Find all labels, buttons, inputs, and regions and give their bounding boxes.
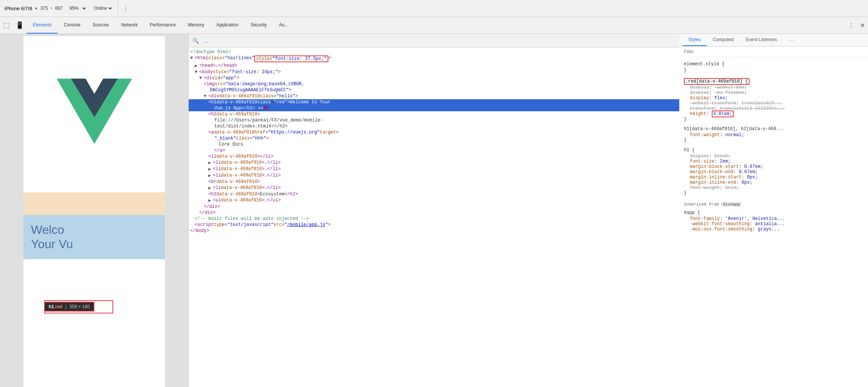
css-selector-h1: h1 { bbox=[684, 147, 863, 153]
tab-memory[interactable]: Memory bbox=[182, 17, 210, 34]
dom-row-h1[interactable]: <h1 data-v-469af010 class="red" > Welcom… bbox=[189, 99, 679, 105]
dom-node-btn[interactable]: … bbox=[201, 36, 211, 45]
li2-expand[interactable]: ▶ bbox=[208, 160, 213, 166]
dom-row-a-text[interactable]: Core Docs bbox=[189, 141, 679, 147]
dom-row-br[interactable]: <br data-v-469af010 > bbox=[189, 179, 679, 185]
device-width: 375 bbox=[40, 6, 48, 11]
dom-row-h2-text1[interactable]: file:///Users/pankai/FX/vue_demo/mobile- bbox=[189, 117, 679, 123]
tab-performance[interactable]: Performance bbox=[144, 17, 182, 34]
devtools-close-btn[interactable]: ✕ bbox=[857, 22, 868, 29]
devtools-inspect-btn[interactable]: ⬚ bbox=[0, 21, 12, 29]
dom-pane-container: 🔍 … <!doctype html> ▼ <html class="hairl… bbox=[189, 34, 679, 387]
device-name: iPhone 6/7/8 bbox=[5, 6, 32, 11]
subtab-event-listeners[interactable]: Event Listeners bbox=[740, 34, 783, 46]
tab-security[interactable]: Security bbox=[245, 17, 273, 34]
dom-row-div-app-close[interactable]: </div> bbox=[189, 210, 679, 216]
dom-row-body-close[interactable]: </body> bbox=[189, 228, 679, 234]
ul-expand[interactable]: ▶ bbox=[208, 198, 213, 203]
css-prop-h1-margin-block-start: margin-block-start: 0.67em; bbox=[684, 164, 863, 169]
tooltip-dims: 359 × 180 bbox=[69, 304, 90, 309]
dom-row-img-cont[interactable]: DACog5YM65zugAAAAElFTkSuQmCC"> bbox=[189, 87, 679, 93]
styles-content: element.style { } .red[data-v-469af010] … bbox=[679, 57, 868, 387]
dom-row-a[interactable]: <a data-v-469af010 href="https://vuejs.o… bbox=[189, 129, 679, 135]
tooltip-tag: h1.red bbox=[49, 304, 62, 309]
dom-row-a-close[interactable]: </a> bbox=[189, 147, 679, 154]
device-sep: × bbox=[50, 6, 53, 11]
li3-expand[interactable]: ▶ bbox=[208, 166, 213, 172]
tab-console[interactable]: Console bbox=[58, 17, 86, 34]
li5-expand[interactable]: ▶ bbox=[208, 185, 213, 191]
dom-row-h2[interactable]: <h2 data-v-469af010 > bbox=[189, 111, 679, 117]
css-prop-font-weight-normal: font-weight: normal; bbox=[684, 132, 863, 138]
css-prop-h1-font-size: font-size: 2em; bbox=[684, 159, 863, 164]
css-rule-element-style: element.style { } bbox=[679, 60, 868, 77]
tab-elements[interactable]: Elements bbox=[27, 17, 58, 34]
dom-row-li3[interactable]: ▶ <li data-v-469af010 >…</li> bbox=[189, 166, 679, 172]
dom-row-div-hello-close[interactable]: </div> bbox=[189, 204, 679, 210]
dom-row-li2[interactable]: ▶ <li data-v-469af010 >…</li> bbox=[189, 160, 679, 166]
dom-row-comment[interactable]: <!-- built files will be auto injected -… bbox=[189, 216, 679, 222]
dom-toolbar: 🔍 … bbox=[189, 34, 679, 48]
orange-bar bbox=[23, 192, 165, 215]
tab-sources[interactable]: Sources bbox=[86, 17, 115, 34]
div-app-expand-arrow[interactable]: ▼ bbox=[199, 75, 204, 81]
network-select[interactable]: OnlineOffline bbox=[92, 5, 113, 11]
zoom-select[interactable]: 95%100%75% bbox=[68, 5, 87, 11]
css-prop-app-moz-smoothing: -moz-osx-font-smoothing: grays... bbox=[684, 227, 863, 232]
dom-search-btn[interactable]: 🔍 bbox=[190, 36, 201, 45]
dom-row-img[interactable]: <img src="data:image/png;base64,iVBOR… bbox=[189, 81, 679, 87]
css-prop-display-webkit: display: -webkit-box; bbox=[684, 85, 863, 90]
doctype-text: <!doctype html> bbox=[190, 49, 231, 55]
css-rule-h1-close: } bbox=[684, 190, 863, 196]
inherited-tag: div#app bbox=[721, 202, 742, 207]
html-expand-arrow[interactable]: ▼ bbox=[190, 55, 195, 61]
subtab-computed[interactable]: Computed bbox=[707, 34, 740, 46]
dom-row-doctype[interactable]: <!doctype html> bbox=[189, 49, 679, 55]
dom-row-div-hello[interactable]: ▼ <div data-v-469af010 class="hello" > bbox=[189, 93, 679, 99]
subtab-styles[interactable]: Styles bbox=[682, 34, 707, 46]
welcome-line2: Your Vu bbox=[31, 237, 157, 251]
device-height: 667 bbox=[55, 6, 63, 11]
dom-row-html[interactable]: ▼ <html class="hairlines" style="font-si… bbox=[189, 55, 679, 63]
dom-row-body[interactable]: ▼ <body style="font-size: 24px;" > bbox=[189, 69, 679, 75]
devtools-device-btn[interactable]: 📱 bbox=[12, 21, 27, 29]
dom-row-script[interactable]: <script type="text/javascript" src="/mob… bbox=[189, 222, 679, 228]
devtools-more-btn[interactable]: ⋮ bbox=[845, 22, 857, 29]
css-prop-h1-display: display: block; bbox=[684, 154, 863, 159]
more-options-btn[interactable]: ⋮ bbox=[121, 3, 130, 14]
dom-row-a-cont[interactable]: "_blank" class="hhh" > bbox=[189, 135, 679, 141]
tab-application[interactable]: Application bbox=[210, 17, 245, 34]
css-rule-h1-h2: h1[data-v-469af010], h2[data-v-469... fo… bbox=[679, 125, 868, 146]
css-rule-app: #app { font-family: 'Avenir', Helvetica.… bbox=[679, 209, 868, 235]
dom-row-head[interactable]: ▶ <head>…</head> bbox=[189, 63, 679, 69]
dom-row-li1[interactable]: <li data-v-469af010 ></li> bbox=[189, 154, 679, 160]
dom-content[interactable]: <!doctype html> ▼ <html class="hairlines… bbox=[189, 48, 679, 387]
styles-filter-input[interactable] bbox=[684, 49, 863, 54]
dom-row-div-app[interactable]: ▼ <div id="app" > bbox=[189, 75, 679, 81]
dom-row-li4[interactable]: ▶ <li data-v-469af010 >…</li> bbox=[189, 172, 679, 179]
dom-row-li5[interactable]: ▶ <li data-v-469af010 >…</li> bbox=[189, 185, 679, 191]
vue-logo-area bbox=[23, 34, 165, 192]
preview-pane: Welco Your Vu h1.red | 359 × 180 bbox=[0, 34, 189, 387]
tab-network[interactable]: Network bbox=[115, 17, 144, 34]
li4-expand[interactable]: ▶ bbox=[208, 173, 213, 178]
hello-expand-arrow[interactable]: ▼ bbox=[204, 94, 208, 99]
css-prop-h1-margin-block-end: margin-block-end: 0.67em; bbox=[684, 169, 863, 175]
css-prop-webkit-transform: -webkit-transform: translateX(5... bbox=[684, 101, 863, 106]
css-rule-h1-h2-close: } bbox=[684, 138, 863, 143]
dom-row-h2-text2[interactable]: test/dist/index.html#/</h2> bbox=[189, 123, 679, 129]
css-selector-element-style: element.style { bbox=[684, 61, 863, 67]
subtab-more[interactable]: … bbox=[783, 34, 800, 46]
dom-row-h1-cont[interactable]: Vue.js App</h1> == $0 bbox=[189, 105, 679, 111]
dom-row-h2-ecosystem[interactable]: <h2 data-v-469af010 > Ecosystem </h2> bbox=[189, 191, 679, 197]
dropdown-arrow-device[interactable]: ▼ bbox=[34, 6, 38, 11]
dom-row-ul[interactable]: ▶ <ul data-v-469af010 >…</ul> bbox=[189, 197, 679, 204]
tab-more[interactable]: Au… bbox=[273, 17, 295, 34]
body-expand-arrow[interactable]: ▼ bbox=[195, 69, 199, 75]
top-toolbar: iPhone 6/7/8 ▼ 375 × 667 95%100%75% Onli… bbox=[0, 0, 868, 17]
css-prop-display-ms: display: -ms-flexbox; bbox=[684, 90, 863, 95]
head-expand-arrow[interactable]: ▶ bbox=[195, 63, 199, 69]
height-highlight: 4.8rem; bbox=[712, 111, 734, 117]
css-selector-red: .red[data-v-469af010] { bbox=[684, 78, 863, 85]
css-rule-red-close: } bbox=[684, 117, 863, 122]
